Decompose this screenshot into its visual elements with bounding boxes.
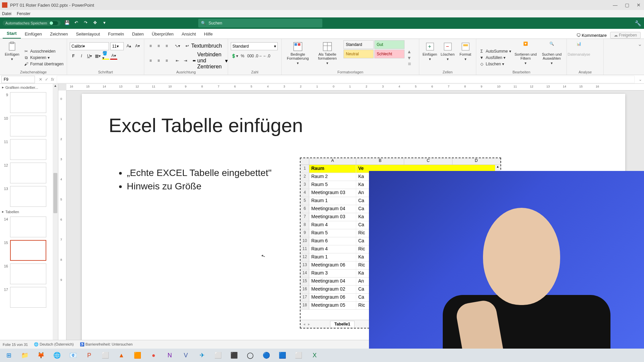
chrome-icon[interactable]: 🌐 [50, 350, 64, 361]
italic-button[interactable]: I [78, 52, 85, 60]
bold-button[interactable]: F [70, 52, 77, 60]
clear-button[interactable]: ◇Löschen ▾ [479, 61, 511, 67]
row-header[interactable]: 18 [301, 302, 309, 309]
telegram-icon[interactable]: ✈ [195, 350, 209, 361]
cell[interactable]: Raum 6 [309, 237, 356, 245]
cell[interactable]: Raum 5 [309, 181, 356, 189]
cell[interactable]: Raum 5 [309, 229, 356, 237]
slide-thumbnail[interactable]: 12 [0, 161, 58, 185]
sheet-nav-prev-icon[interactable]: ◂ [301, 322, 308, 326]
scrollbar-handle[interactable] [53, 173, 57, 213]
tab-formeln[interactable]: Formeln [104, 29, 128, 39]
cut-button[interactable]: ✂Ausschneiden [23, 49, 63, 54]
format-painter-button[interactable]: 🖌Format übertragen [23, 61, 63, 67]
tab-daten[interactable]: Daten [128, 29, 148, 39]
tab-hilfe[interactable]: Hilfe [200, 29, 217, 39]
app-icon[interactable]: ⬜ [211, 350, 225, 361]
orientation-icon[interactable]: ⤡▾ [174, 42, 181, 50]
percent-icon[interactable]: % [239, 52, 246, 60]
row-header[interactable]: 9 [301, 229, 309, 237]
font-color-button[interactable]: A▾ [110, 52, 117, 60]
vlc-icon[interactable]: ▲ [114, 350, 129, 361]
menu-window[interactable]: Fenster [17, 11, 31, 16]
decrease-font-icon[interactable]: A▾ [134, 42, 141, 50]
sheet-tab[interactable]: Tabelle1 [330, 321, 355, 327]
row-header[interactable]: 3 [301, 181, 309, 189]
slide-thumbnail[interactable]: 9 [0, 91, 58, 114]
cell[interactable]: Meetingraum 04 [309, 278, 356, 285]
search-box[interactable]: 🔍 Suchen [198, 19, 322, 27]
cell[interactable]: Raum 4 [309, 221, 356, 229]
align-top-icon[interactable]: ≡ [147, 42, 154, 50]
expand-formula-icon[interactable]: ⌄ [637, 77, 644, 82]
section-header[interactable]: ▸ Tabellen [0, 208, 58, 215]
slide-thumbnail[interactable]: 14 [0, 215, 58, 239]
cell-styles-gallery[interactable]: Standard Gut Neutral Schlecht [343, 40, 405, 75]
cell[interactable]: Meetingraum 04 [309, 205, 356, 213]
comments-button[interactable]: 🗨 Kommentare [576, 33, 607, 38]
app-icon[interactable]: ◯ [243, 350, 258, 361]
app-icon[interactable]: ⬜ [98, 350, 113, 361]
accept-formula-icon[interactable]: ✓ [45, 77, 48, 82]
tab-seitenlayout[interactable]: Seitenlayout [72, 29, 104, 39]
cell[interactable]: Raum 2 [309, 173, 356, 181]
align-right-icon[interactable]: ≡ [163, 57, 170, 64]
decrease-indent-icon[interactable]: ⇤ [174, 57, 181, 64]
merge-button[interactable]: ⬌Verbinden und Zentrieren ▾ [193, 52, 228, 70]
increase-font-icon[interactable]: A▴ [125, 42, 132, 50]
formula-input[interactable] [57, 76, 635, 83]
row-header[interactable]: 14 [301, 269, 309, 277]
cell[interactable]: Meetingraum 03 [309, 189, 356, 197]
decrease-decimal-icon[interactable]: ←.0 [263, 52, 270, 60]
row-header[interactable]: 4 [301, 189, 309, 197]
row-header[interactable]: 12 [301, 253, 309, 261]
align-middle-icon[interactable]: ≡ [155, 42, 162, 50]
close-button[interactable]: ✕ [637, 2, 641, 8]
cell[interactable]: Meetingraum 03 [309, 213, 356, 221]
touch-mode-icon[interactable]: ✥ [92, 20, 98, 26]
currency-icon[interactable]: 💲▾ [231, 52, 238, 60]
align-bottom-icon[interactable]: ≡ [163, 42, 170, 50]
repair-icon[interactable]: 🔧 [635, 20, 641, 26]
slide-thumbnail[interactable]: 16 [0, 262, 58, 286]
toggle-icon[interactable] [49, 21, 58, 25]
fx-icon[interactable]: fx [51, 77, 54, 82]
sort-filter-button[interactable]: 🔽Sortieren und Filtern▾ [514, 40, 537, 75]
font-size-select[interactable]: 11 ▾ [110, 42, 124, 50]
file-explorer-icon[interactable]: 📁 [17, 350, 32, 361]
obs-icon[interactable]: ⬛ [227, 350, 241, 361]
cell[interactable]: Raum 1 [309, 253, 356, 261]
scroll-up-icon[interactable]: ▲ [53, 84, 58, 89]
conditional-format-button[interactable]: Bedingte Formatierung▾ [284, 40, 311, 75]
col-header[interactable]: B [356, 158, 404, 165]
slide-thumbnail[interactable]: 17 [0, 286, 58, 309]
firefox-icon[interactable]: 🦊 [34, 350, 48, 361]
app-icon[interactable]: 🟧 [130, 350, 145, 361]
powerpoint-taskbar-icon[interactable]: P [82, 350, 97, 361]
row-header[interactable]: 17 [301, 294, 309, 301]
cell[interactable]: Meetingraum 02 [309, 286, 356, 293]
delete-cells-button[interactable]: −Löschen▾ [440, 40, 455, 75]
paste-button[interactable]: Einfügen ▾ [3, 40, 21, 75]
align-left-icon[interactable]: ≡ [147, 57, 154, 64]
find-select-button[interactable]: 🔍Suchen und Auswählen▾ [540, 40, 564, 75]
tab-ueberpruefen[interactable]: Überprüfen [148, 29, 177, 39]
cell[interactable]: Meetingraum 05 [309, 302, 356, 309]
font-name-select[interactable]: Calibri ▾ [70, 42, 109, 50]
col-header[interactable]: D [452, 158, 500, 165]
cell[interactable]: Meetingraum 06 [309, 261, 356, 269]
app-icon[interactable]: 🟦 [275, 350, 290, 361]
section-header[interactable]: ▸ Grafiken modellier... [0, 84, 58, 91]
row-header[interactable]: 8 [301, 221, 309, 229]
cell[interactable]: Raum 4 [309, 245, 356, 253]
sheet-nav-next-icon[interactable]: ▸ [308, 322, 310, 326]
insert-cells-button[interactable]: +Einfügen▾ [422, 40, 438, 75]
tab-start[interactable]: Start [3, 29, 21, 39]
style-gut[interactable]: Gut [374, 40, 405, 49]
qat-more-icon[interactable]: ▾ [102, 20, 108, 26]
autosum-button[interactable]: ΣAutoSumme ▾ [479, 49, 511, 54]
border-button[interactable]: ▦▾ [94, 52, 101, 60]
collapse-ribbon-icon[interactable]: ⌄ [636, 39, 644, 75]
slide-thumbnail[interactable]: 11 [0, 138, 58, 161]
start-button[interactable]: ⊞ [1, 350, 16, 361]
